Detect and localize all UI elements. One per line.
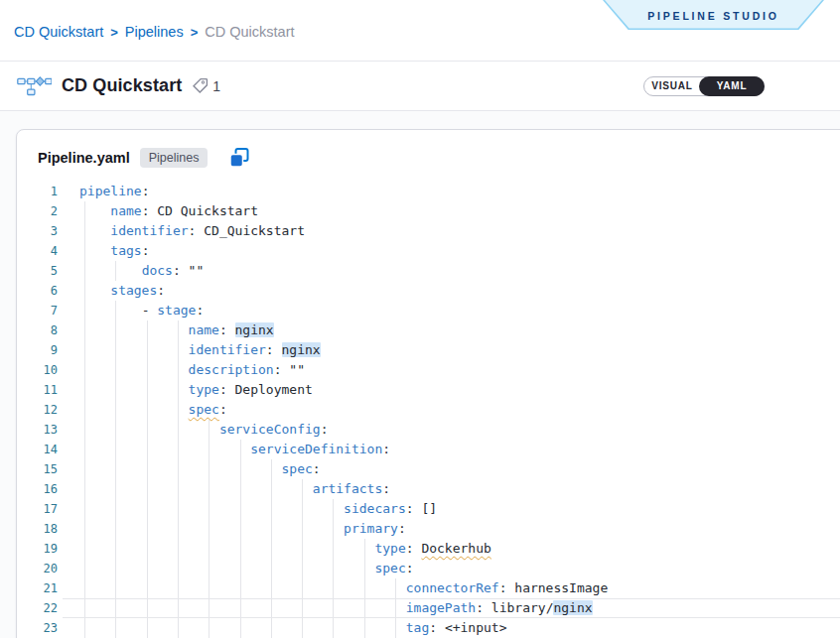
indent-guide	[240, 459, 241, 479]
code-token: name	[189, 322, 219, 337]
toggle-yaml-button[interactable]: YAML	[699, 76, 765, 96]
indent-guide	[240, 440, 241, 459]
code-line[interactable]: 16 artifacts:	[17, 479, 840, 499]
code-text[interactable]: type: Deployment	[79, 380, 840, 400]
code-line[interactable]: 19 type: Dockerhub	[17, 539, 840, 559]
code-line[interactable]: 5 docs: ""	[17, 261, 840, 281]
code-line[interactable]: 23 tag: <+input>	[17, 618, 840, 638]
indent-guide	[84, 221, 85, 241]
indent-guide	[178, 479, 179, 499]
code-line[interactable]: 15 spec:	[17, 459, 840, 479]
indent-guide	[84, 499, 85, 519]
code-line[interactable]: 6 stages:	[17, 281, 840, 301]
code-text[interactable]: - stage:	[79, 301, 840, 320]
code-token: :	[196, 303, 204, 318]
indent-guide	[115, 261, 116, 281]
code-text[interactable]: docs: ""	[79, 261, 840, 281]
copy-button[interactable]	[228, 147, 250, 169]
code-text[interactable]: description: ""	[79, 360, 840, 380]
code-line[interactable]: 13 serviceConfig:	[17, 420, 840, 440]
breadcrumb-separator: >	[191, 25, 199, 40]
code-text[interactable]: name: nginx	[79, 320, 840, 340]
code-text[interactable]: stages:	[79, 281, 840, 301]
indent-guide	[240, 479, 241, 499]
breadcrumb-link-project[interactable]: CD Quickstart	[14, 24, 103, 40]
code-lines: 1pipeline:2 name: CD Quickstart3 identif…	[17, 182, 840, 638]
code-line[interactable]: 17 sidecars: []	[17, 499, 840, 519]
code-text[interactable]: identifier: CD_Quickstart	[79, 221, 840, 241]
code-text[interactable]: pipeline:	[79, 182, 840, 201]
indent-guide	[115, 440, 116, 459]
indent-guide	[178, 459, 179, 479]
code-line[interactable]: 2 name: CD Quickstart	[17, 201, 840, 221]
code-token: :	[476, 600, 491, 615]
code-line[interactable]: 8 name: nginx	[17, 320, 840, 340]
code-token: description	[189, 362, 274, 377]
indent-guide	[333, 499, 334, 519]
code-line[interactable]: 11 type: Deployment	[17, 380, 840, 400]
code-text[interactable]: serviceConfig:	[79, 420, 840, 440]
indent-guide	[147, 420, 148, 440]
line-number: 17	[17, 499, 58, 519]
code-token: :	[406, 501, 422, 516]
code-text[interactable]: artifacts:	[79, 479, 840, 499]
code-line[interactable]: 4 tags:	[17, 241, 840, 261]
indent-guide	[364, 618, 365, 638]
indent-guide	[84, 281, 85, 301]
breadcrumb-link-pipelines[interactable]: Pipelines	[125, 24, 184, 40]
pipeline-studio-banner: PIPELINE STUDIO	[603, 0, 824, 30]
code-text[interactable]: serviceDefinition:	[79, 440, 840, 459]
code-line[interactable]: 14 serviceDefinition:	[17, 440, 840, 459]
breadcrumb-separator: >	[110, 25, 118, 40]
indent-guide	[178, 400, 179, 420]
code-token: :	[398, 521, 406, 536]
code-text[interactable]: primary:	[79, 519, 840, 539]
indent-guide	[115, 320, 116, 340]
code-text[interactable]: type: Dockerhub	[79, 539, 840, 559]
code-token: library/	[491, 600, 554, 615]
code-text[interactable]: imagePath: library/nginx	[79, 598, 840, 618]
indent-guide	[115, 400, 116, 420]
code-token: :	[321, 422, 329, 437]
indent-guide	[178, 578, 179, 598]
code-token: serviceDefinition	[250, 442, 382, 456]
word-highlight: nginx	[235, 322, 274, 337]
code-line[interactable]: 20 spec:	[17, 559, 840, 578]
code-text[interactable]: tags:	[79, 241, 840, 261]
code-token: name	[110, 203, 141, 218]
indent-guide	[84, 400, 85, 420]
code-text[interactable]: spec:	[79, 400, 840, 420]
indent-guide	[115, 479, 116, 499]
code-line[interactable]: 18 primary:	[17, 519, 840, 539]
code-text[interactable]: identifier: nginx	[79, 340, 840, 360]
code-text[interactable]: sidecars: []	[79, 499, 840, 519]
toggle-visual-button[interactable]: VISUAL	[644, 80, 700, 91]
code-text[interactable]: spec:	[79, 559, 840, 578]
code-line[interactable]: 10 description: ""	[17, 360, 840, 380]
code-text[interactable]: spec:	[79, 459, 840, 479]
code-token: :	[313, 461, 321, 476]
code-text[interactable]: name: CD Quickstart	[79, 201, 840, 221]
indent-guide	[178, 320, 179, 340]
code-line[interactable]: 1pipeline:	[17, 182, 840, 201]
code-line[interactable]: 21 connectorRef: harnessImage	[17, 578, 840, 598]
indent-guide	[115, 499, 116, 519]
indent-guide	[84, 340, 85, 360]
indent-guide	[302, 559, 303, 578]
code-line[interactable]: 9 identifier: nginx	[17, 340, 840, 360]
code-token: []	[421, 501, 437, 516]
code-token: CD_Quickstart	[204, 223, 305, 238]
code-line[interactable]: 12 spec:	[17, 400, 840, 420]
code-text[interactable]: tag: <+input>	[79, 618, 840, 638]
line-number: 20	[17, 559, 58, 578]
line-number: 18	[17, 519, 58, 539]
copy-icon	[228, 147, 250, 169]
indent-guide	[115, 380, 116, 400]
code-line[interactable]: 7 - stage:	[17, 301, 840, 320]
content-area: Pipeline.yaml Pipelines 1pipeline:2 name…	[0, 111, 840, 638]
code-line[interactable]: 3 identifier: CD_Quickstart	[17, 221, 840, 241]
code-text[interactable]: connectorRef: harnessImage	[79, 578, 840, 598]
indent-guide	[84, 598, 85, 618]
code-line[interactable]: 22 imagePath: library/nginx	[17, 598, 840, 618]
indent-guide	[364, 559, 365, 578]
